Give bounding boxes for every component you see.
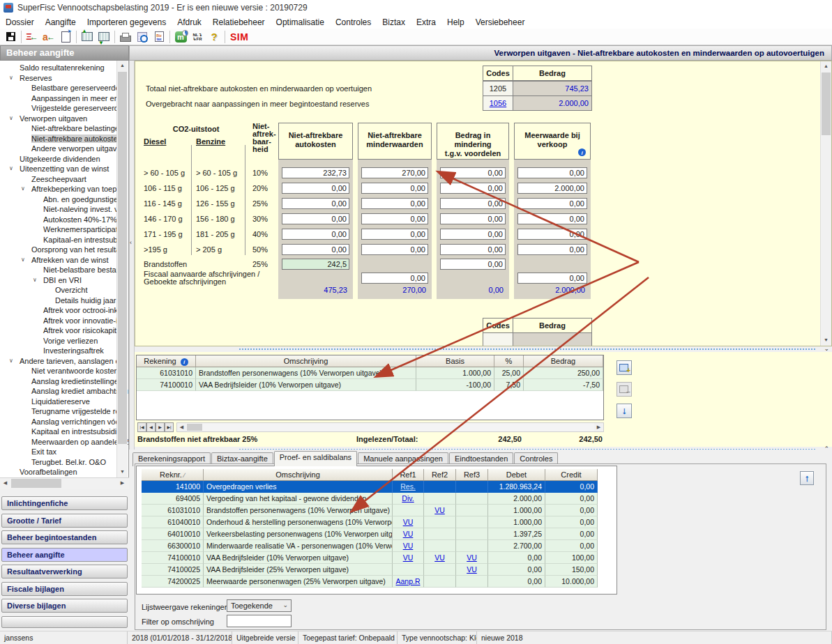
ref-link[interactable]: Res. [400,482,416,491]
tree-item[interactable]: Liquidatiereserve [0,397,129,407]
tree-item[interactable]: Abn. en goedgunstige v [0,194,129,205]
ref-link[interactable]: VU [403,530,414,538]
chevron-expanded-icon[interactable]: ∨ [9,114,13,124]
tree-item[interactable]: Belastbare gereserveerde w [0,83,129,93]
ref-link[interactable]: VU [467,553,477,562]
chevron-expanded-icon[interactable]: ∨ [9,164,13,174]
menu-help[interactable]: Help [441,17,470,28]
co2-value-input[interactable]: 2.000,00 [517,183,587,194]
list-view-dropdown[interactable]: Toegekende ⌄ [227,599,292,612]
save-button[interactable] [2,29,19,45]
tree-item[interactable]: Vrijgestelde gereserveerde [0,103,129,114]
scroll-down-icon[interactable]: ▼ [821,335,831,346]
sidebar-splitter[interactable]: ‹ [129,61,135,450]
scroll-left-icon[interactable]: ◀ [177,423,186,431]
chevron-expanded-icon[interactable]: ∨ [33,275,37,286]
tree-item[interactable]: Werknemersparticipatie [0,224,129,235]
column-header-omschrijving[interactable]: Omschrijving [204,469,393,481]
column-header-rekening[interactable]: Rekeningi [137,355,196,367]
menu-extra[interactable]: Extra [411,17,441,28]
column-header-ref2[interactable]: Ref2 [424,469,456,481]
tree-item[interactable]: Autokosten 40%-17% V [0,215,129,225]
tree-item[interactable]: ∨Andere tarieven, aanslagen en [0,356,129,367]
column-header-credit[interactable]: Credit [545,469,598,481]
tree-item[interactable]: ∨Reserves [0,73,129,84]
chevron-expanded-icon[interactable]: ∨ [21,255,25,266]
remove-row-button[interactable]: − [617,382,632,397]
co2-value-input[interactable]: 0,00 [361,244,428,255]
tree-item[interactable]: ∨Aftrekken van de winst [0,255,129,266]
tree-item[interactable]: Kapitaal en intrestsubsidies [0,427,129,437]
tree-item[interactable]: Meerwaarden op aandelen 2 [0,437,129,447]
tree-item[interactable]: Niet verantwoorde kosten e [0,366,129,376]
menu-controles[interactable]: Controles [330,17,377,28]
grid-row[interactable]: 74100025VAA Bedrijfsleider (25% Verworpe… [142,564,599,576]
scrollbar-thumb[interactable] [822,72,831,135]
nav-first-button[interactable]: |◀ [137,422,146,432]
ref-link[interactable]: VU [403,553,414,562]
tree-item[interactable]: Terugbet. Bel.kr. O&O [0,457,129,468]
menu-importeren-gegevens[interactable]: Importeren gegevens [82,17,172,28]
column-header-ref1[interactable]: Ref1 [393,469,424,481]
tree-item[interactable]: Overzicht [0,285,129,296]
info-icon[interactable]: i [578,148,586,156]
tree-item[interactable]: Kapitaal-en intrestsubsid [0,235,129,245]
sim-button[interactable]: SIM [227,29,251,45]
fiscaal-meerwaarde-input[interactable]: 0,00 [517,273,587,284]
tree-item[interactable]: Terugname vrijgestelde rese [0,406,129,417]
tree-item[interactable]: Uitgekeerde dividenden [0,154,129,164]
grid-row[interactable]: 64010010Verkeersbelasting personenwagens… [142,528,599,540]
scroll-to-top-button[interactable]: ↑ [800,471,814,485]
code-link[interactable]: 1056 [490,99,506,107]
co2-value-input[interactable]: 0,00 [282,183,349,194]
co2-value-input[interactable]: 0,00 [517,198,587,209]
accordion-beheer-begintoestanden[interactable]: Beheer begintoestanden [1,530,128,544]
move-down-button[interactable]: ↓ [617,404,632,418]
column-header-omschrijving[interactable]: Omschrijving [196,355,416,367]
grid-row[interactable]: 694005Vergoeding van het kapitaal - gewo… [142,493,599,505]
grid-row[interactable]: 61031010Brandstoffen personenwagens (10%… [142,505,599,516]
co2-value-input[interactable]: 0,00 [361,229,428,240]
chevron-expanded-icon[interactable]: ∨ [9,356,13,367]
co2-value-input[interactable]: 0,00 [282,213,349,224]
tree-item[interactable]: Aftrek voor innovatie-in [0,316,129,326]
co2-value-input[interactable]: 0,00 [517,213,587,224]
help-button[interactable]: ? [206,29,222,45]
tree-item[interactable]: ∨DBI en VRI [0,275,129,286]
column-header-[interactable]: % [494,355,524,367]
co2-value-input[interactable]: 270,00 [361,167,428,178]
menu-optimalisatie[interactable]: Optimalisatie [271,17,330,28]
co2-value-input[interactable]: 0,00 [440,229,506,240]
tree-item[interactable]: Zeescheepvaart [0,174,129,185]
co2-value-input[interactable]: 0,00 [440,183,506,194]
ref-link[interactable]: VU [467,565,477,574]
accordion-fiscale-bijlagen[interactable]: Fiscale bijlagen [1,582,128,596]
table-row[interactable]: 74100010VAA Bedrijfsleider (10% Verworpe… [137,379,603,391]
tree-item[interactable]: Details huidig jaar [0,296,129,306]
tree-item[interactable]: Aanslag kredietinstellingen [0,376,129,387]
print-button[interactable] [117,29,134,45]
tree-item[interactable]: Vorige verliezen [0,336,129,346]
tree-item[interactable]: Niet-belastbare bestand [0,265,129,275]
table-horizontal-scrollbar[interactable]: ◀▶ [176,422,604,432]
collapse-down-icon[interactable]: ⌄ [824,345,829,352]
tree-vertical-scrollbar[interactable]: ▲ ▼ [116,61,128,477]
ref-link[interactable]: VU [403,542,414,550]
co2-value-input[interactable]: 0,00 [282,229,349,240]
co2-value-input[interactable]: 0,00 [440,244,506,255]
tree-item[interactable]: Aftrek voor risicokapitaa [0,325,129,336]
co2-value-input[interactable]: 0,00 [361,213,428,224]
grid-row[interactable]: 66300010Minderwaarde realisatie VA - per… [142,540,599,552]
tree-item[interactable]: Exit tax [0,447,129,457]
scroll-up-icon[interactable]: ▲ [117,61,128,71]
panel-splitter-top[interactable]: ⌄ [135,346,832,352]
scrollbar-thumb[interactable] [118,72,127,444]
tree-item[interactable]: Niet-naleving invest. ve [0,204,129,215]
search-button[interactable] [134,29,151,45]
biztax-button[interactable]: Biztax [151,29,167,45]
nav-next-button[interactable]: ▶ [156,422,165,432]
ref-link[interactable]: VU [434,553,445,562]
import-accounts-button[interactable]: a← [40,29,57,45]
import-list-button[interactable]: Ξ← [24,29,40,45]
tree-item[interactable]: Aanpassingen in meer en in [0,93,129,104]
